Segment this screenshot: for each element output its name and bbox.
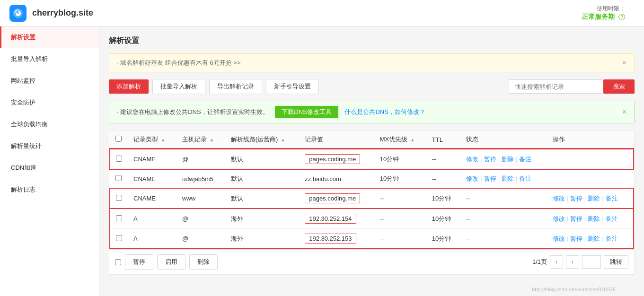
records-table: 记录类型 ▲ 主机记录 ▲ 解析线路(运营商) ▲ 记录值 MX优先级 ▲ TT… (109, 130, 635, 275)
row2-line: 默认 (225, 169, 299, 188)
pagination-area: 1/1页 ‹ › 跳转 (532, 255, 628, 269)
sidebar-item-load-balance[interactable]: 全球负载均衡 (0, 113, 99, 135)
search-box: 搜索 (509, 79, 635, 94)
header: cherryblog.site 使用时限： 正常服务期 ? (0, 0, 644, 26)
download-dns-tool-button[interactable]: 下载DNS修改工具 (275, 106, 338, 118)
promo-dot: · (117, 59, 119, 66)
search-button[interactable]: 搜索 (603, 79, 635, 94)
select-all-checkbox[interactable] (115, 136, 122, 142)
add-resolve-button[interactable]: 添加解析 (109, 79, 149, 94)
sidebar-item-security[interactable]: 安全防护 (0, 92, 99, 113)
sidebar-item-dns-stats[interactable]: 解析量统计 (0, 135, 99, 157)
row4-mx: -- (374, 209, 426, 229)
row4-checkbox-cell (110, 209, 128, 229)
row3-host: www (176, 188, 225, 209)
dns-banner-close-button[interactable]: × (622, 108, 626, 116)
table-row: CNAME www 默认 pages.coding.me -- 10分钟 -- … (110, 188, 634, 209)
info-icon[interactable]: ? (618, 14, 625, 20)
row5-value: 192.30.252.153 (299, 229, 374, 249)
guide-button[interactable]: 新手引导设置 (266, 79, 319, 94)
row4-ttl: 10分钟 (426, 209, 460, 229)
header-mx[interactable]: MX优先级 ▲ (374, 131, 426, 149)
header-value: 记录值 (299, 131, 374, 149)
row3-status: -- (460, 188, 547, 209)
sidebar-item-dns-log[interactable]: 解析日志 (0, 179, 99, 200)
page-title: 解析设置 (109, 36, 635, 46)
row3-line: 默认 (225, 188, 299, 209)
row3-value: pages.coding.me (299, 188, 374, 209)
row5-ttl: 10分钟 (426, 229, 460, 249)
page-jump-input[interactable] (582, 255, 601, 269)
row4-line: 海外 (225, 209, 299, 229)
row2-mx: 10分钟 (374, 169, 426, 188)
header-status: 状态 (460, 131, 547, 149)
sidebar-item-dns-settings[interactable]: 解析设置 (0, 26, 99, 48)
row1-checkbox[interactable] (116, 156, 122, 162)
row4-checkbox[interactable] (116, 215, 122, 221)
row2-value: zz.baidu.com (299, 169, 374, 188)
content-area: 解析设置 · 域名解析好基友 组合优惠有木有 6元开抢 >> × 添加解析 批量… (99, 26, 644, 296)
row3-checkbox-cell (110, 188, 128, 209)
dns-help-link[interactable]: 什么是公共DNS，如何修改？ (344, 108, 425, 115)
jump-button[interactable]: 跳转 (604, 255, 628, 269)
pause-selected-button[interactable]: 暂停 (125, 254, 153, 270)
row2-checkbox[interactable] (115, 175, 122, 181)
sidebar: 解析设置 批量导入解析 网站监控 安全防护 全球负载均衡 解析量统计 CDN加速… (0, 26, 99, 296)
service-label: 使用时限： (582, 5, 625, 13)
header-action: 操作 (547, 131, 634, 149)
bottom-select-all-checkbox[interactable] (115, 259, 121, 265)
arrow-coding-icon (641, 157, 644, 172)
batch-import-button[interactable]: 批量导入解析 (152, 79, 205, 94)
site-title: cherryblog.site (32, 8, 93, 18)
sidebar-item-cdn[interactable]: CDN加速 (0, 157, 99, 179)
header-ttl: TTL (426, 131, 460, 149)
table-area: 记录类型 ▲ 主机记录 ▲ 解析线路(运营商) ▲ 记录值 MX优先级 ▲ TT… (109, 130, 635, 275)
row3-mx: -- (374, 188, 426, 209)
header-type[interactable]: 记录类型 ▲ (128, 131, 176, 149)
service-status-area: 使用时限： 正常服务期 ? (582, 5, 625, 21)
export-button[interactable]: 导出解析记录 (209, 79, 262, 94)
row2-checkbox-cell (110, 169, 128, 188)
prev-page-button[interactable]: ‹ (550, 255, 563, 269)
row4-actions: 修改|暂停|删除|备注 (547, 209, 634, 229)
next-page-button[interactable]: › (566, 255, 579, 269)
row3-checkbox[interactable] (116, 195, 122, 201)
promo-text: · 域名解析好基友 组合优惠有木有 6元开抢 >> (117, 59, 241, 67)
row1-line: 默认 (225, 149, 299, 169)
sidebar-item-batch-import[interactable]: 批量导入解析 (0, 48, 99, 70)
row5-checkbox[interactable] (116, 235, 122, 241)
main-layout: 解析设置 批量导入解析 网站监控 安全防护 全球负载均衡 解析量统计 CDN加速… (0, 26, 644, 296)
row4-status: -- (460, 209, 547, 229)
row3-ttl: 10分钟 (426, 188, 460, 209)
sidebar-item-monitor[interactable]: 网站监控 (0, 70, 99, 92)
dns-banner: · 建议您在电脑上修改公共DNS，让解析设置实时生效。 下载DNS修改工具 什么… (109, 101, 635, 123)
header-host[interactable]: 主机记录 ▲ (176, 131, 225, 149)
row4-value: 192.30.252.154 (299, 209, 374, 229)
header-line[interactable]: 解析线路(运营商) ▲ (225, 131, 299, 149)
page-info: 1/1页 (532, 258, 547, 266)
table-header-row: 记录类型 ▲ 主机记录 ▲ 解析线路(运营商) ▲ 记录值 MX优先级 ▲ TT… (110, 131, 634, 149)
promo-close-button[interactable]: × (622, 59, 626, 67)
row4-type: A (128, 209, 176, 229)
row1-type: CNAME (128, 149, 176, 169)
watermark: http://blog.csdn.net/sunshine940326 (532, 287, 616, 292)
row4-host: @ (176, 209, 225, 229)
row1-mx: 10分钟 (374, 149, 426, 169)
table-row: A @ 海外 192.30.252.153 -- 10分钟 -- 修改|暂停|删… (110, 229, 634, 249)
row2-type: CNAME (128, 169, 176, 188)
row1-ttl: -- (426, 149, 460, 169)
logo-icon (9, 5, 26, 22)
row5-actions: 修改|暂停|删除|备注 (547, 229, 634, 249)
search-input[interactable] (509, 79, 603, 94)
row1-host: @ (176, 149, 225, 169)
table-bottom-bar: 暂停 启用 删除 1/1页 ‹ › 跳转 (109, 249, 634, 274)
enable-selected-button[interactable]: 启用 (157, 254, 185, 270)
delete-selected-button[interactable]: 删除 (189, 254, 218, 270)
row5-checkbox-cell (110, 229, 128, 249)
row2-status: 修改|暂停|删除|备注 (460, 169, 547, 188)
row3-actions: 修改|暂停|删除|备注 (547, 188, 634, 209)
header-checkbox-cell (110, 131, 128, 149)
row2-actions (547, 169, 634, 188)
row1-status: 修改|暂停|删除|备注 (460, 149, 547, 169)
table-row: CNAME @ 默认 pages.coding.me 10分钟 -- 修改|暂停… (110, 149, 634, 169)
